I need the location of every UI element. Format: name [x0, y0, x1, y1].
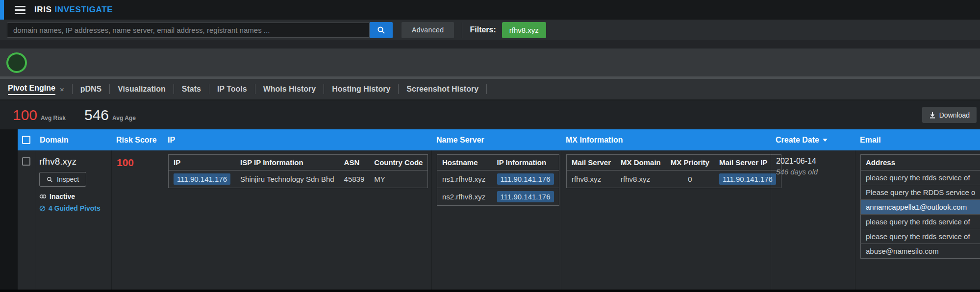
guided-pivots-link[interactable]: 4 Guided Pivots [39, 204, 111, 212]
ns-ip-value[interactable]: 111.90.141.176 [497, 173, 554, 185]
asn-value: 45839 [339, 170, 370, 188]
mx-mail-server: rfhv8.xyz [567, 170, 616, 188]
header-name-server[interactable]: Name Server [431, 136, 561, 145]
ip-information-subheader: IP Information [492, 155, 559, 170]
ip-cell: IP ISP IP Information ASN Country Code 1… [163, 150, 431, 290]
download-button[interactable]: Download [922, 107, 977, 123]
risk-score-cell: 100 [111, 150, 163, 290]
brand-primary: IRIS [34, 5, 51, 14]
tab-hosting-history[interactable]: Hosting History [324, 79, 398, 99]
tab-ip-tools[interactable]: IP Tools [209, 79, 255, 99]
email-row[interactable]: please query the rdds service of [861, 215, 980, 229]
avg-age-value: 546 [84, 107, 109, 123]
domain-name[interactable]: rfhv8.xyz [39, 156, 111, 167]
row-checkbox-cell [18, 150, 35, 290]
tab-stats[interactable]: Stats [174, 79, 209, 99]
search-icon [377, 26, 385, 34]
email-subtable: Address please query the rdds service of… [860, 154, 980, 259]
app-brand: IRISINVESTIGATE [34, 5, 113, 15]
header-ip[interactable]: IP [163, 136, 431, 145]
tab-label: Pivot Engine [8, 84, 55, 95]
mx-priority: 0 [666, 170, 714, 188]
tab-bar: Pivot Engine × pDNS Visualization Stats … [0, 79, 980, 100]
create-date-value: 2021-06-14 [776, 157, 855, 166]
top-bar: IRISINVESTIGATE [0, 0, 980, 20]
domain-cell: rfhv8.xyz Inspect Inactive [35, 150, 111, 290]
country-code-value: MY [369, 170, 428, 188]
ip-row: 111.90.141.176 Shinjiru Technology Sdn B… [169, 170, 428, 188]
domain-age: 546 days old [776, 168, 855, 176]
email-cell: Address please query the rdds service of… [855, 150, 980, 290]
search-divider [462, 23, 462, 38]
mail-server-subheader: Mail Server [567, 155, 616, 170]
asn-subheader: ASN [339, 155, 370, 170]
ns-row: ns1.rfhv8.xyz 111.90.141.176 [437, 170, 559, 188]
header-create-date[interactable]: Create Date [771, 136, 855, 145]
mx-ip-value[interactable]: 111.90.141.176 [719, 173, 776, 185]
header-domain[interactable]: Domain [35, 136, 111, 145]
inspect-button[interactable]: Inspect [39, 172, 86, 187]
download-icon [929, 112, 936, 119]
table-header: Domain Risk Score IP Name Server MX Info… [18, 129, 980, 150]
ns-ip-value[interactable]: 111.90.141.176 [497, 191, 554, 202]
header-mx-information[interactable]: MX Information [561, 136, 771, 145]
ns-row: ns2.rfhv8.xyz 111.90.141.176 [437, 188, 559, 206]
gap-band [0, 40, 980, 49]
risk-score-value: 100 [117, 157, 163, 169]
iris-investigate-app: IRISINVESTIGATE Advanced Filters: rfhv8.… [0, 0, 980, 292]
status-ring-icon [6, 52, 27, 73]
search-button[interactable] [370, 22, 393, 38]
row-checkbox[interactable] [22, 157, 30, 166]
avg-age-label: Avg Age [112, 115, 136, 122]
hostname-subheader: Hostname [437, 155, 492, 170]
header-risk-score[interactable]: Risk Score [111, 136, 163, 145]
hamburger-menu-icon[interactable] [15, 6, 25, 14]
tab-close-icon[interactable]: × [60, 85, 64, 94]
header-email[interactable]: Email [855, 136, 980, 145]
stats-row: 100 Avg Risk 546 Avg Age Download [0, 100, 980, 129]
ip-value[interactable]: 111.90.141.176 [174, 173, 230, 185]
mx-row: rfhv8.xyz rfhv8.xyz 0 111.90.141.176 [567, 170, 781, 188]
tab-visualization[interactable]: Visualization [110, 79, 174, 99]
inactive-icon [39, 194, 47, 199]
select-all-checkbox[interactable] [22, 136, 30, 144]
filters-label: Filters: [470, 25, 496, 34]
advanced-button[interactable]: Advanced [402, 22, 454, 38]
ip-subheader: IP [169, 155, 236, 170]
guided-pivots-label: 4 Guided Pivots [49, 204, 101, 212]
mx-domain-subheader: MX Domain [616, 155, 666, 170]
tab-whois-history[interactable]: Whois History [255, 79, 324, 99]
tab-pivot-engine[interactable]: Pivot Engine × [0, 79, 72, 99]
filter-chip[interactable]: rfhv8.xyz [502, 22, 546, 38]
create-date-cell: 2021-06-14 546 days old [771, 150, 855, 290]
tab-screenshot-history[interactable]: Screenshot History [399, 79, 486, 99]
mx-subtable: Mail Server MX Domain MX Priority Mail S… [566, 154, 781, 188]
mx-priority-subheader: MX Priority [666, 155, 714, 170]
isp-value: Shinjiru Technology Sdn Bhd [235, 170, 339, 188]
domain-status: Inactive [39, 193, 111, 200]
tab-pdns[interactable]: pDNS [73, 79, 110, 99]
mx-cell: Mail Server MX Domain MX Priority Mail S… [561, 150, 771, 290]
ns-hostname: ns1.rfhv8.xyz [437, 170, 492, 188]
ip-subtable: IP ISP IP Information ASN Country Code 1… [168, 154, 428, 188]
email-row[interactable]: abuse@namesilo.com [861, 244, 980, 259]
email-row[interactable]: please query the rdds service of [861, 170, 980, 185]
guided-pivots-icon [39, 205, 46, 212]
table-row: rfhv8.xyz Inspect Inactive [18, 150, 980, 290]
avg-age-stat: 546 Avg Age [84, 107, 136, 123]
email-row[interactable]: Please query the RDDS service o [861, 185, 980, 200]
left-accent-strip [0, 0, 4, 20]
status-label: Inactive [50, 193, 75, 200]
name-server-cell: Hostname IP Information ns1.rfhv8.xyz 11… [431, 150, 561, 290]
search-input[interactable] [7, 23, 370, 38]
email-row[interactable]: please query the rdds service of [861, 229, 980, 244]
avg-risk-value: 100 [13, 107, 37, 123]
sort-desc-icon [823, 139, 828, 142]
avg-risk-label: Avg Risk [41, 115, 66, 122]
country-code-subheader: Country Code [369, 155, 428, 170]
status-band [0, 49, 980, 76]
download-label: Download [939, 111, 970, 119]
ns-hostname: ns2.rfhv8.xyz [437, 188, 492, 206]
address-subheader: Address [861, 155, 980, 170]
email-row-selected[interactable]: annamcappella1@outlook.com [861, 200, 980, 215]
